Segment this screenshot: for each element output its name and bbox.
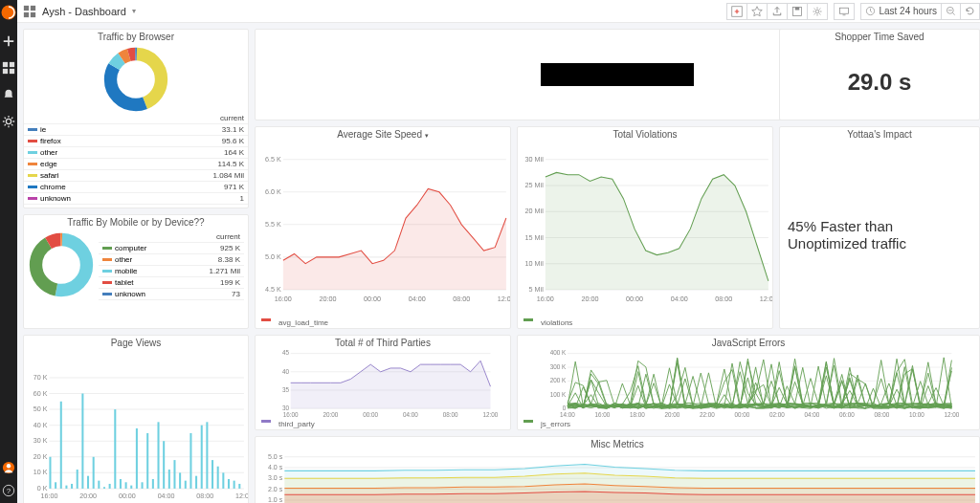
- svg-rect-87: [217, 467, 219, 489]
- help-icon[interactable]: ?: [2, 484, 15, 497]
- breadcrumb-text: Aysh - Dashboard: [42, 6, 126, 17]
- svg-text:20:00: 20:00: [79, 492, 97, 500]
- svg-rect-67: [109, 484, 111, 489]
- svg-text:3.0 s: 3.0 s: [268, 474, 283, 481]
- legend-row[interactable]: other164 K: [24, 147, 248, 159]
- plus-icon[interactable]: [2, 34, 15, 48]
- panel-title[interactable]: Total Violations: [518, 127, 772, 142]
- bell-icon[interactable]: [2, 88, 15, 101]
- svg-text:12:00: 12:00: [235, 492, 248, 500]
- svg-text:04:00: 04:00: [671, 295, 688, 303]
- svg-rect-59: [65, 486, 67, 489]
- svg-text:15 Mil: 15 Mil: [525, 233, 545, 242]
- svg-text:20 Mil: 20 Mil: [525, 207, 545, 215]
- legend-row[interactable]: computer925 K: [99, 243, 244, 254]
- svg-text:12:00: 12:00: [945, 411, 960, 418]
- svg-text:30 K: 30 K: [33, 437, 48, 445]
- panel-js-errors: JavaScript Errors 0100 K200 K300 K400 K1…: [517, 335, 980, 430]
- third-party-chart: 3035404516:0020:0000:0004:0008:0012:00: [256, 350, 510, 419]
- browser-legend: current ie33.1 Kfirefox95.6 Kother164 Ke…: [24, 113, 248, 205]
- svg-point-28: [122, 65, 150, 94]
- grid-icon: [23, 5, 36, 18]
- svg-text:10 Mil: 10 Mil: [525, 259, 545, 268]
- legend-row[interactable]: mobile1.271 Mil: [99, 266, 244, 277]
- add-panel-button[interactable]: [726, 3, 747, 20]
- svg-text:20:00: 20:00: [319, 295, 336, 303]
- panel-title[interactable]: Shopper Time Saved: [780, 30, 979, 44]
- star-button[interactable]: [747, 3, 768, 20]
- svg-text:35: 35: [282, 386, 290, 393]
- svg-point-7: [7, 464, 11, 468]
- browser-donut-chart: [102, 46, 169, 113]
- panel-page-views: Page Views 0 K10 K20 K30 K40 K50 K60 K70…: [23, 335, 249, 503]
- svg-text:20:00: 20:00: [665, 411, 680, 418]
- grafana-logo[interactable]: [0, 4, 17, 21]
- svg-text:5 Mil: 5 Mil: [529, 285, 545, 294]
- impact-text: 45% Faster than Unoptimized traffic: [780, 142, 979, 328]
- panel-title[interactable]: Total # of Third Parties: [256, 336, 510, 350]
- clock-icon: [865, 6, 876, 16]
- svg-rect-83: [195, 476, 197, 489]
- legend-row[interactable]: other8.38 K: [99, 254, 244, 266]
- svg-text:5.0 K: 5.0 K: [265, 252, 281, 261]
- svg-rect-13: [31, 11, 35, 16]
- svg-text:12:00: 12:00: [483, 411, 499, 418]
- svg-text:20 K: 20 K: [33, 453, 48, 461]
- svg-rect-74: [146, 433, 148, 489]
- gear-icon[interactable]: [2, 115, 15, 128]
- legend-row[interactable]: safari1.084 Mil: [24, 170, 248, 182]
- svg-text:12:00: 12:00: [498, 295, 510, 303]
- panel-title[interactable]: Misc Metrics: [256, 437, 979, 451]
- svg-rect-62: [81, 394, 83, 489]
- panel-title[interactable]: Average Site Speed ▾: [256, 127, 510, 142]
- panel-traffic-by-browser: Traffic by Browser current ie33.1 Kfiref…: [23, 29, 249, 208]
- svg-rect-77: [163, 441, 165, 489]
- svg-text:22:00: 22:00: [700, 411, 715, 418]
- svg-text:16:00: 16:00: [595, 411, 611, 418]
- svg-rect-2: [10, 62, 14, 67]
- svg-text:16:00: 16:00: [283, 411, 299, 418]
- save-button[interactable]: [788, 3, 808, 20]
- legend-row[interactable]: chrome971 K: [24, 182, 248, 193]
- device-legend: current computer925 Kother8.38 Kmobile1.…: [99, 231, 244, 300]
- svg-point-33: [47, 251, 76, 279]
- js-errors-chart: 0100 K200 K300 K400 K14:0016:0018:0020:0…: [518, 350, 979, 419]
- speed-chart: 4.5 K5.0 K5.5 K6.0 K6.5 K16:0020:0000:00…: [256, 142, 510, 317]
- panel-title[interactable]: Traffic By Mobile or by Device??: [24, 215, 248, 230]
- refresh-button[interactable]: [961, 3, 980, 20]
- legend-row[interactable]: tablet199 K: [99, 277, 244, 289]
- svg-text:08:00: 08:00: [453, 295, 470, 303]
- svg-text:40 K: 40 K: [33, 422, 48, 429]
- legend-row[interactable]: firefox95.6 K: [24, 136, 248, 147]
- share-button[interactable]: [768, 3, 788, 20]
- legend-row[interactable]: edge114.5 K: [24, 159, 248, 170]
- svg-point-5: [6, 119, 11, 123]
- legend-row[interactable]: unknown1: [24, 193, 248, 205]
- panel-avg-site-speed: Average Site Speed ▾ 4.5 K5.0 K5.5 K6.0 …: [255, 126, 511, 329]
- panel-violations: Total Violations 5 Mil10 Mil15 Mil20 Mil…: [517, 126, 773, 329]
- settings-button[interactable]: [808, 3, 828, 20]
- panel-title[interactable]: Traffic by Browser: [24, 30, 248, 44]
- redacted-logo: [541, 63, 694, 86]
- panel-title[interactable]: JavaScript Errors: [518, 336, 979, 350]
- svg-text:45: 45: [282, 350, 290, 356]
- zoom-out-button[interactable]: [942, 3, 961, 20]
- svg-rect-81: [185, 481, 187, 489]
- svg-rect-12: [24, 11, 29, 16]
- time-saved-value: 29.0 s: [780, 44, 979, 120]
- panel-title[interactable]: Page Views: [24, 336, 248, 350]
- svg-rect-66: [103, 487, 105, 489]
- tv-button[interactable]: [834, 3, 855, 20]
- timerange-button[interactable]: Last 24 hours: [860, 3, 942, 20]
- legend-row[interactable]: ie33.1 K: [24, 124, 248, 136]
- svg-text:00:00: 00:00: [119, 492, 136, 500]
- svg-text:04:00: 04:00: [409, 295, 426, 303]
- svg-point-17: [816, 10, 820, 13]
- breadcrumb[interactable]: Aysh - Dashboard ▾: [23, 5, 136, 18]
- avatar-icon[interactable]: [2, 461, 15, 474]
- svg-rect-73: [142, 482, 144, 489]
- dashboards-icon[interactable]: [2, 61, 15, 75]
- legend-row[interactable]: unknown73: [99, 289, 244, 300]
- panel-title[interactable]: Yottaa's Impact: [780, 127, 979, 142]
- svg-text:08:00: 08:00: [715, 295, 732, 303]
